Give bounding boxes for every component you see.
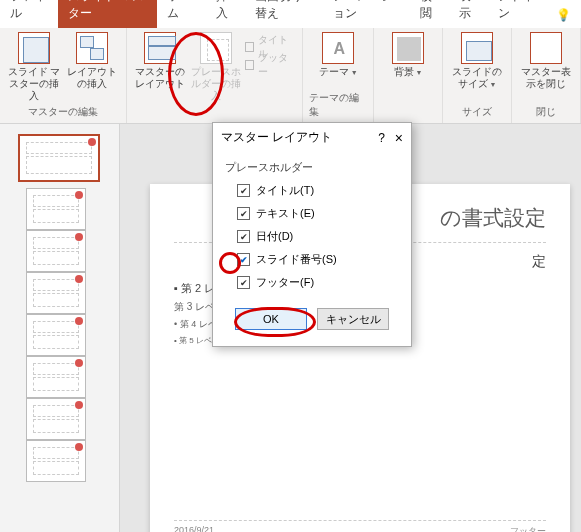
tab-insert[interactable]: 挿入 [206,0,245,28]
group-master-layout: マスターのレイアウト プレースホルダーの挿入 タイトル フッター [127,28,303,123]
checkbox-icon [237,184,250,197]
tab-addin[interactable]: アドイン [488,0,546,28]
thumb-master[interactable] [18,134,100,182]
placeholder-icon [200,32,232,64]
theme-icon [322,32,354,64]
group-label: テーマの編集 [309,89,367,121]
checkbox-icon [237,253,250,266]
chk-date[interactable]: 日付(D) [225,225,399,248]
group-label: サイズ [462,103,492,121]
dialog-title: マスター レイアウト [221,129,378,146]
tab-slide-master[interactable]: スライド マスター [58,0,157,28]
checkbox-icon [237,230,250,243]
slide-footer-placeholder[interactable]: フッター [510,525,546,532]
cancel-button[interactable]: キャンセル [317,308,389,330]
group-theme: テーマ▼ テーマの編集 [303,28,374,123]
slide-size-icon [461,32,493,64]
tab-animation[interactable]: アニメーション [323,0,410,28]
background-icon [392,32,424,64]
group-label [213,106,216,121]
group-size: スライドのサイズ▼ サイズ [443,28,512,123]
tab-view[interactable]: 表示 [449,0,488,28]
chk-text[interactable]: テキスト(E) [225,202,399,225]
slide-size-button[interactable]: スライドのサイズ▼ [449,32,505,90]
thumbnail-panel[interactable]: 1 [0,124,120,532]
thumb-layout[interactable] [26,272,86,314]
thumb-layout[interactable] [26,356,86,398]
group-master-edit: スライド マスターの挿入 レイアウトの挿入 マスターの編集 [0,28,127,123]
chk-slide-number[interactable]: スライド番号(S) [225,248,399,271]
group-label [407,106,410,121]
group-background: 背景▼ [374,28,443,123]
ribbon: スライド マスターの挿入 レイアウトの挿入 マスターの編集 マスターのレイアウト… [0,28,581,124]
tab-bar: ファイル スライド マスター ホーム 挿入 画面切り替え アニメーション 校閲 … [0,0,581,28]
group-label: 閉じ [536,103,556,121]
thumb-layout[interactable] [26,314,86,356]
dialog-help-button[interactable]: ? [378,131,385,145]
chk-title[interactable]: タイトル(T) [225,179,399,202]
tab-transition[interactable]: 画面切り替え [245,0,322,28]
thumb-layout[interactable] [26,440,86,482]
master-layout-dialog: マスター レイアウト ? × プレースホルダー タイトル(T) テキスト(E) … [212,122,412,347]
thumb-layout[interactable] [26,230,86,272]
tab-review[interactable]: 校閲 [410,0,449,28]
background-button[interactable]: 背景▼ [380,32,436,78]
footer-checkbox: フッター [245,56,297,74]
close-icon [530,32,562,64]
tell-me-icon[interactable]: 💡 [546,2,581,28]
tab-file[interactable]: ファイル [0,0,58,28]
dialog-titlebar[interactable]: マスター レイアウト ? × [213,123,411,152]
slide-date-placeholder[interactable]: 2016/9/21 [174,525,214,532]
thumb-layout[interactable] [26,398,86,440]
placeholder-frame-label: プレースホルダー [225,156,399,179]
ok-button[interactable]: OK [235,308,307,330]
insert-placeholder-button: プレースホルダーの挿入 [189,32,243,102]
master-layout-icon [144,32,176,64]
tab-home[interactable]: ホーム [157,0,206,28]
group-label: マスターの編集 [28,103,98,121]
checkbox-icon [237,276,250,289]
chk-footer[interactable]: フッター(F) [225,271,399,294]
master-layout-button[interactable]: マスターのレイアウト [133,32,187,90]
layout-icon [76,32,108,64]
checkbox-icon [237,207,250,220]
group-close: マスター表示を閉じ 閉じ [512,28,581,123]
close-master-button[interactable]: マスター表示を閉じ [518,32,574,90]
insert-layout-button[interactable]: レイアウトの挿入 [64,32,120,90]
insert-slide-master-button[interactable]: スライド マスターの挿入 [6,32,62,102]
thumb-layout[interactable] [26,188,86,230]
slide-master-icon [18,32,50,64]
dialog-close-button[interactable]: × [395,130,403,146]
theme-button[interactable]: テーマ▼ [310,32,366,78]
